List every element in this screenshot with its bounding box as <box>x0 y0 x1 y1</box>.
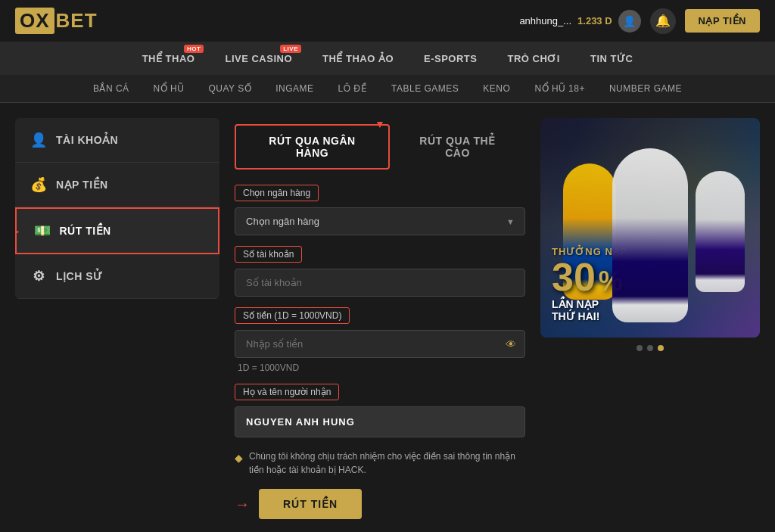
recipient-section: Họ và tên người nhận <box>235 384 525 437</box>
promo-percent-number: 30 <box>552 257 596 297</box>
recipient-input[interactable] <box>235 406 525 437</box>
sidebar-item-nap-tien[interactable]: 💰 NẠP TIỀN <box>15 163 219 207</box>
amount-label: Số tiền (1D = 1000VND) <box>235 307 350 324</box>
logo-ox: OX <box>15 8 54 34</box>
sidebar-arrow: ▶ <box>15 224 19 238</box>
nav-sub-lo-de[interactable]: LÔ ĐỀ <box>326 75 380 102</box>
form-area: ▼ RÚT QUA NGÂN HÀNG RÚT QUA THẺ CÀO Chọn… <box>235 118 525 519</box>
history-icon: ⚙ <box>30 268 47 285</box>
nav-item-esports[interactable]: E-SPORTS <box>409 42 492 75</box>
nav-sub-keno[interactable]: KENO <box>471 75 522 102</box>
avatar: 👤 <box>618 10 641 33</box>
header: OX BET anhhung_... 1.233 D 👤 🔔 NẠP TIỀN <box>0 0 775 42</box>
logo-bet: BET <box>56 9 98 33</box>
promo-dots <box>540 345 760 351</box>
notification-button[interactable]: 🔔 <box>650 8 676 34</box>
nav-item-tro-choi[interactable]: TRÒ CHƠI <box>492 42 574 75</box>
balance: 1.233 D <box>577 15 612 26</box>
nav-sub: BẮN CÁ NỔ HŨ QUAY SỐ INGAME LÔ ĐỀ TABLE … <box>0 75 775 102</box>
nav-top: THỂ THAO HOT LIVE CASINO LIVE THỂ THAO Ả… <box>0 42 775 103</box>
submit-arrow-icon: → <box>235 496 250 513</box>
bank-select[interactable]: Chọn ngân hàng <box>235 207 525 235</box>
amount-section: Số tiền (1D = 1000VND) 👁 1D = 1000VND <box>235 307 525 373</box>
promo-subtitle2: THỨ HAI! <box>552 310 599 322</box>
dot-1[interactable] <box>636 345 643 351</box>
logo: OX BET <box>15 8 98 34</box>
sidebar-item-lich-su[interactable]: ⚙ LỊCH SỬ <box>15 254 219 299</box>
rut-tien-submit-button[interactable]: RÚT TIỀN <box>259 489 362 519</box>
hot-badge: HOT <box>184 45 204 53</box>
nav-item-tin-tuc[interactable]: TIN TỨC <box>575 42 648 75</box>
user-icon: 👤 <box>30 132 47 148</box>
tab-ngan-hang[interactable]: RÚT QUA NGÂN HÀNG <box>235 124 390 170</box>
nav-item-live-casino[interactable]: LIVE CASINO LIVE <box>210 42 307 75</box>
live-badge: LIVE <box>280 45 301 53</box>
disclaimer: ◆ Chúng tôi không chịu trách nhiệm cho v… <box>235 450 525 477</box>
header-right: anhhung_... 1.233 D 👤 🔔 NẠP TIỀN <box>519 8 760 34</box>
nav-sub-quay-so[interactable]: QUAY SỐ <box>196 75 263 102</box>
nav-sub-ban-ca[interactable]: BẮN CÁ <box>81 75 142 102</box>
nav-sub-ingame[interactable]: INGAME <box>263 75 325 102</box>
amount-input-wrapper: 👁 <box>235 330 525 358</box>
nav-sub-no-hu[interactable]: NỔ HŨ <box>142 75 197 102</box>
dot-2[interactable] <box>647 345 653 351</box>
sidebar-label-rut-tien: RÚT TIỀN <box>60 225 111 237</box>
nav-main: THỂ THAO HOT LIVE CASINO LIVE THỂ THAO Ả… <box>0 42 775 75</box>
sidebar-label-tai-khoan: TÀI KHOẢN <box>56 134 118 146</box>
submit-row: → RÚT TIỀN <box>235 489 525 519</box>
tab-the-cao[interactable]: RÚT QUA THẺ CÀO <box>390 124 525 170</box>
sidebar-item-rut-tien[interactable]: ▶ 💵 RÚT TIỀN <box>15 207 219 254</box>
promo-subtitle1: LẦN NẠP <box>552 298 599 310</box>
sidebar-item-tai-khoan[interactable]: 👤 TÀI KHOẢN <box>15 118 219 163</box>
conversion-text: 1D = 1000VND <box>235 362 525 373</box>
bank-label: Chọn ngân hàng <box>235 185 319 201</box>
tabs-row: RÚT QUA NGÂN HÀNG RÚT QUA THẺ CÀO <box>235 124 525 170</box>
account-input[interactable] <box>235 269 525 297</box>
eye-icon[interactable]: 👁 <box>506 338 516 350</box>
main-content: 👤 TÀI KHOẢN 💰 NẠP TIỀN ▶ 💵 RÚT TIỀN ⚙ LỊ… <box>0 103 775 532</box>
nav-item-the-thao-ao[interactable]: THỂ THAO ẢO <box>307 42 409 75</box>
username: anhhung_... <box>519 15 571 26</box>
user-info: anhhung_... 1.233 D 👤 <box>519 10 640 33</box>
recipient-label: Họ và tên người nhận <box>235 384 339 400</box>
diamond-icon: ◆ <box>235 450 243 466</box>
disclaimer-text: Chúng tôi không chịu trách nhiệm cho việ… <box>249 450 525 477</box>
nav-sub-number-game[interactable]: NUMBER GAME <box>597 75 694 102</box>
promo-area: THƯỞNG NẠP 30 % LẦN NẠP THỨ HAI! <box>540 118 760 519</box>
dot-3[interactable] <box>658 345 664 351</box>
sidebar-label-nap-tien: NẠP TIỀN <box>56 179 108 191</box>
deposit-icon: 💰 <box>30 176 47 193</box>
promo-banner: THƯỞNG NẠP 30 % LẦN NẠP THỨ HAI! <box>540 118 760 338</box>
nav-sub-no-hu-18[interactable]: NỔ HŨ 18+ <box>522 75 597 102</box>
account-label: Số tài khoản <box>235 246 302 263</box>
sidebar: 👤 TÀI KHOẢN 💰 NẠP TIỀN ▶ 💵 RÚT TIỀN ⚙ LỊ… <box>15 118 219 299</box>
withdraw-icon: 💵 <box>34 222 51 239</box>
nap-tien-header-button[interactable]: NẠP TIỀN <box>685 9 760 33</box>
amount-input[interactable] <box>235 330 525 358</box>
bank-section: Chọn ngân hàng Chọn ngân hàng <box>235 185 525 235</box>
sidebar-label-lich-su: LỊCH SỬ <box>56 270 103 282</box>
player2-main <box>612 148 688 322</box>
account-section: Số tài khoản <box>235 246 525 297</box>
bank-select-wrapper: Chọn ngân hàng <box>235 207 525 235</box>
nav-sub-table-games[interactable]: TABLE GAMES <box>379 75 471 102</box>
nav-item-the-thao[interactable]: THỂ THAO HOT <box>127 42 210 75</box>
